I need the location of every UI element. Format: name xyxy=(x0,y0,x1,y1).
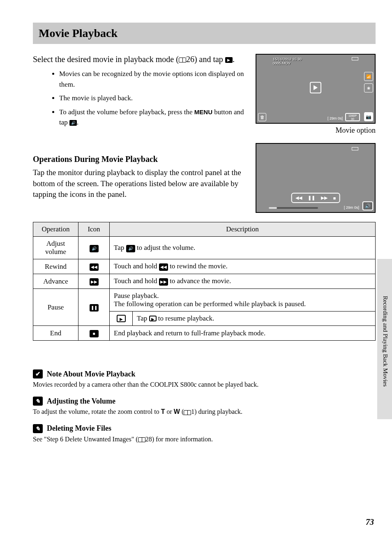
screenshot-1-caption: Movie option xyxy=(256,126,376,135)
bullet-3-pre: To adjust the volume before playback, pr… xyxy=(59,108,194,116)
pause-desc-2: The following operation can be performed… xyxy=(114,300,306,308)
operations-heading: Operations During Movie Playback xyxy=(33,155,247,164)
desc-pause: Pause playback. The following operation … xyxy=(110,289,376,326)
ss1-date: 15/11/2012 15:30 xyxy=(273,57,302,61)
pencil-icon-2: ✎ xyxy=(33,424,43,433)
note-2-body: To adjust the volume, rotate the zoom co… xyxy=(33,407,376,416)
volume-adjust-icon-inline: 🔊 xyxy=(126,245,135,252)
th-icon: Icon xyxy=(78,222,110,237)
play-icon: ▶ xyxy=(225,57,233,63)
check-icon: ✔ xyxy=(33,369,43,378)
camera-screenshot-1: 15/11/2012 15:30 0005.MOV 📶 ❀ 🗑 [ 29m 0s… xyxy=(256,54,376,124)
section-title-bar: Movie Playback xyxy=(33,23,376,44)
row-volume: Adjust volume 🔊 Tap 🔊 to adjust the volu… xyxy=(33,237,376,259)
desc-volume: Tap 🔊 to adjust the volume. xyxy=(110,237,376,259)
op-volume: Adjust volume xyxy=(33,237,78,259)
volume-adjust-icon: 🔊 xyxy=(90,245,99,252)
volume-icon: 🔊 xyxy=(69,120,77,126)
op-end: End xyxy=(33,326,78,341)
book-ref-icon-2 xyxy=(184,410,191,415)
instr-prefix: Select the desired movie in playback mod… xyxy=(33,55,179,64)
pause-desc-1: Pause playback. xyxy=(114,292,159,300)
instruction-line: Select the desired movie in playback mod… xyxy=(33,54,247,65)
resume-play-icon: ▶ xyxy=(117,315,126,322)
resume-desc: Tap ▶ to resume playback. xyxy=(133,312,375,325)
ss2-battery-icon xyxy=(352,147,358,150)
instr-ref: 26 xyxy=(186,55,194,64)
row-advance: Advance ▶▶ Touch and hold ▶▶ to advance … xyxy=(33,274,376,289)
bullet-1: Movies can be recognized by the movie op… xyxy=(59,69,247,90)
side-chapter-label: Recording and Playing Back Movies xyxy=(382,296,389,387)
operations-block: Operations During Movie Playback Tap the… xyxy=(33,143,376,213)
operations-table: Operation Icon Description Adjust volume… xyxy=(33,222,376,341)
ss1-filename: 0005.MOV xyxy=(273,61,291,65)
rewind-icon: ◀◀ xyxy=(90,263,99,271)
ss1-wifi-off-icon: 📶 xyxy=(364,72,373,81)
desc-rewind: Touch and hold ◀◀ to rewind the movie. xyxy=(110,259,376,274)
row-rewind: Rewind ◀◀ Touch and hold ◀◀ to rewind th… xyxy=(33,259,376,274)
note-1-body: Movies recorded by a camera other than t… xyxy=(33,380,376,389)
ss1-play-button xyxy=(310,82,321,93)
rewind-icon-inline: ◀◀ xyxy=(159,263,168,271)
ss1-resolution-badge: 1080P30 xyxy=(345,113,360,121)
advance-icon-inline: ▶▶ xyxy=(159,278,168,286)
op-pause: Pause xyxy=(33,289,78,326)
ss1-time: [ 29m 0s] xyxy=(327,116,343,120)
op-rewind: Rewind xyxy=(33,259,78,274)
bullet-list: Movies can be recognized by the movie op… xyxy=(59,69,247,128)
instr-suffix: ) and tap xyxy=(194,55,225,64)
ss2-advance-icon: ▶▶ xyxy=(321,195,327,201)
camera-screenshot-2: ◀◀ ❚❚ ▶▶ ■ [ 29m 0s] 🔊 xyxy=(256,143,376,213)
operations-body: Tap the monitor during playback to displ… xyxy=(33,167,247,200)
ss1-battery-icon xyxy=(352,57,358,60)
page-number: 73 xyxy=(366,517,374,527)
desc-end: End playback and return to full-frame pl… xyxy=(110,326,376,341)
desc-advance: Touch and hold ▶▶ to advance the movie. xyxy=(110,274,376,289)
note-3-body: See "Step 6 Delete Unwanted Images" (28)… xyxy=(33,435,376,444)
op-advance: Advance xyxy=(33,274,78,289)
ss2-control-panel: ◀◀ ❚❚ ▶▶ ■ xyxy=(291,193,340,203)
row-pause: Pause ❚❚ Pause playback. The following o… xyxy=(33,289,376,326)
screenshot-1-wrap: 15/11/2012 15:30 0005.MOV 📶 ❀ 🗑 [ 29m 0s… xyxy=(256,54,376,135)
bullet-2: The movie is played back. xyxy=(59,93,247,104)
note-1-head: ✔ Note About Movie Playback xyxy=(33,369,376,378)
ss1-trash-icon: 🗑 xyxy=(258,113,266,121)
bullet-3: To adjust the volume before playback, pr… xyxy=(59,107,247,128)
note-2-title: Adjusting the Volume xyxy=(47,397,115,406)
advance-icon: ▶▶ xyxy=(90,278,99,286)
ss2-pause-icon: ❚❚ xyxy=(308,195,315,201)
menu-button-label: MENU xyxy=(194,108,212,115)
screenshot-2-wrap: ◀◀ ❚❚ ▶▶ ■ [ 29m 0s] 🔊 xyxy=(256,143,376,213)
ss2-stop-icon: ■ xyxy=(333,196,336,201)
ss2-time: [ 29m 0s] xyxy=(344,205,359,210)
section-title: Movie Playback xyxy=(39,27,370,40)
row-end: End ■ End playback and return to full-fr… xyxy=(33,326,376,341)
th-operation: Operation xyxy=(33,222,78,237)
pencil-icon: ✎ xyxy=(33,397,43,406)
note-3-head: ✎ Deleting Movie Files xyxy=(33,424,376,433)
ss2-volume-button: 🔊 xyxy=(362,201,373,210)
note-2-head: ✎ Adjusting the Volume xyxy=(33,397,376,406)
note-3-title: Deleting Movie Files xyxy=(47,424,111,433)
resume-play-icon-inline: ▶ xyxy=(149,316,157,321)
intro-block: Select the desired movie in playback mod… xyxy=(33,54,376,135)
th-description: Description xyxy=(110,222,376,237)
ss2-rewind-icon: ◀◀ xyxy=(295,195,302,201)
ss2-progress-bar xyxy=(269,207,318,209)
stop-icon: ■ xyxy=(90,330,99,337)
zoom-w: W xyxy=(174,408,180,415)
note-1-title: Note About Movie Playback xyxy=(47,370,136,378)
book-ref-icon xyxy=(179,58,186,62)
ss1-macro-icon: ❀ xyxy=(364,83,373,92)
book-ref-icon-3 xyxy=(138,437,145,442)
ss1-camera-mode-icon: 📷 xyxy=(364,112,373,121)
pause-icon: ❚❚ xyxy=(90,304,99,312)
notes-section: ✔ Note About Movie Playback Movies recor… xyxy=(33,369,376,444)
